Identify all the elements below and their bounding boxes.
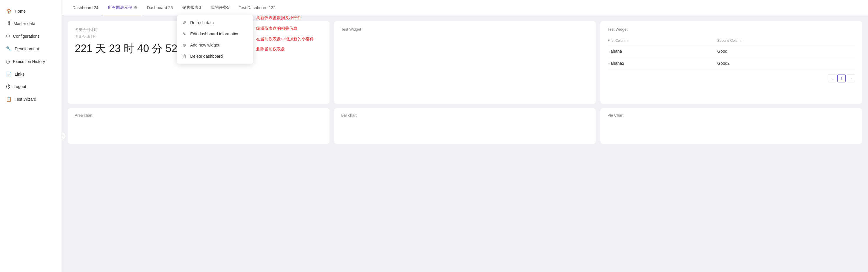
data-table: First Column Second Column Hahaha Good H… (608, 36, 855, 69)
table-cell: Hahaha (608, 45, 717, 57)
area-chart-title: Area chart (75, 113, 322, 117)
sidebar-item-label: Home (15, 9, 26, 13)
add-icon: ⊕ (182, 43, 187, 48)
development-icon: 🔧 (6, 46, 12, 52)
pie-chart-card: Pie Chart (600, 108, 862, 144)
sidebar-item-label: Configurations (13, 34, 39, 38)
home-icon: 🏠 (6, 8, 12, 14)
current-page-button[interactable]: 1 (837, 74, 846, 83)
table-cell: Hahaha2 (608, 57, 717, 69)
master-data-icon: 🗄 (6, 21, 10, 26)
sidebar-item-label: Execution History (13, 59, 45, 64)
tab-all-examples[interactable]: 所有图表示例 ⚙ (103, 0, 142, 15)
sidebar-item-home[interactable]: 🏠 Home (0, 5, 62, 18)
bar-chart-title: Bar chart (341, 113, 589, 117)
sidebar-item-development[interactable]: 🔧 Development (0, 42, 62, 55)
pie-chart-title: Pie Chart (608, 113, 855, 117)
sidebar: 🏠 Home 🗄 Master data ⚙ Configurations 🔧 … (0, 0, 62, 272)
next-page-button[interactable]: › (847, 74, 855, 83)
bottom-charts-row: Area chart Bar chart Pie Chart (68, 108, 862, 144)
menu-item-delete[interactable]: 🗑 Delete dashboard (177, 51, 253, 62)
links-icon: 📄 (6, 71, 12, 77)
edit-icon: ✎ (182, 31, 187, 36)
sidebar-item-label: Test Wizard (15, 97, 36, 101)
table-row: Hahaha2 Good2 (608, 57, 855, 69)
bar-chart-card: Bar chart (334, 108, 596, 144)
gear-icon[interactable]: ⚙ (134, 5, 137, 10)
table-row: Hahaha Good (608, 45, 855, 57)
execution-history-icon: ◷ (6, 59, 10, 64)
prev-page-button[interactable]: ‹ (828, 74, 836, 83)
second-widget-title: Test Widget (341, 27, 589, 31)
menu-item-refresh[interactable]: ↺ Refresh data (177, 17, 253, 28)
test-wizard-icon: 📋 (6, 96, 12, 102)
delete-icon: 🗑 (182, 54, 187, 59)
menu-item-edit[interactable]: ✎ Edit dashboard information (177, 28, 253, 39)
tab-bar: Dashboard 24 所有图表示例 ⚙ Dashboard 25 销售报表3… (62, 0, 868, 15)
sidebar-item-label: Links (15, 72, 25, 77)
sidebar-item-configurations[interactable]: ⚙ Configurations (0, 30, 62, 42)
tab-sales-report-3[interactable]: 销售报表3 (178, 0, 206, 15)
sidebar-item-execution-history[interactable]: ◷ Execution History (0, 55, 62, 68)
menu-item-add-widget[interactable]: ⊕ Add new widget (177, 39, 253, 51)
sidebar-item-logout[interactable]: ⏻ Logout (0, 80, 62, 93)
sidebar-item-master-data[interactable]: 🗄 Master data (0, 18, 62, 30)
tab-test-dashboard-122[interactable]: Test Dashboard 122 (234, 0, 280, 15)
sidebar-item-links[interactable]: 📄 Links (0, 68, 62, 80)
sidebar-item-test-wizard[interactable]: 📋 Test Wizard (0, 93, 62, 105)
dropdown-menu: ↺ Refresh data ✎ Edit dashboard informat… (177, 15, 253, 64)
table-cell: Good2 (717, 57, 855, 69)
tab-dashboard-24[interactable]: Dashboard 24 (68, 0, 103, 15)
sidebar-item-label: Development (15, 47, 39, 51)
table-widget-title: Test Widget (608, 27, 855, 31)
tab-my-tasks-5[interactable]: 我的任务5 (206, 0, 234, 15)
logout-icon: ⏻ (6, 84, 10, 89)
col-header-first: First Column (608, 36, 717, 45)
sidebar-item-label: Logout (13, 84, 26, 89)
second-widget: Test Widget (334, 21, 596, 103)
sidebar-item-label: Master data (13, 21, 35, 26)
col-header-second: Second Column (717, 36, 855, 45)
table-cell: Good (717, 45, 855, 57)
area-chart-card: Area chart (68, 108, 330, 144)
table-widget: Test Widget First Column Second Column H… (600, 21, 862, 103)
configurations-icon: ⚙ (6, 33, 10, 39)
main-area: ‹ Dashboard 24 所有图表示例 ⚙ Dashboard 25 销售报… (62, 0, 868, 272)
tab-dashboard-25[interactable]: Dashboard 25 (142, 0, 178, 15)
pagination: ‹ 1 › (608, 74, 855, 83)
refresh-icon: ↺ (182, 20, 187, 25)
